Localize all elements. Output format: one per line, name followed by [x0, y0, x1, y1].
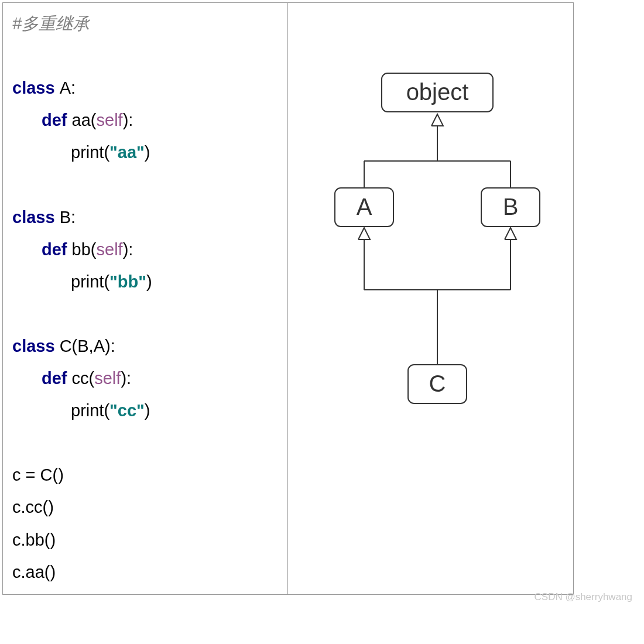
edge-c-to-ab	[358, 228, 516, 365]
blank-line	[12, 40, 278, 72]
code-panel: #多重继承 class A: def aa(self): print("aa")…	[3, 3, 288, 594]
node-a-label: A	[357, 194, 372, 220]
edge-ab-to-object	[364, 114, 511, 188]
inheritance-diagram: object A B C	[288, 3, 574, 594]
node-c-label: C	[429, 371, 446, 396]
code-line-def-bb: def bb(self):	[12, 234, 278, 266]
node-object-label: object	[406, 79, 469, 105]
code-line-print-bb: print("bb")	[12, 266, 278, 298]
code-line-def-aa: def aa(self):	[12, 104, 278, 136]
two-column-layout: #多重继承 class A: def aa(self): print("aa")…	[2, 2, 574, 595]
code-line-print-cc: print("cc")	[12, 395, 278, 427]
blank-line	[12, 427, 278, 459]
code-line-def-cc: def cc(self):	[12, 362, 278, 395]
code-line-class-a: class A:	[12, 72, 278, 104]
code-line-usage-3: c.aa()	[12, 556, 278, 588]
code-line-usage-1: c.cc()	[12, 491, 278, 523]
blank-line	[12, 298, 278, 330]
watermark: CSDN @sherryhwang	[535, 591, 632, 603]
code-comment: #多重继承	[12, 8, 278, 40]
code-line-class-b: class B:	[12, 201, 278, 234]
node-b-label: B	[503, 194, 519, 220]
diagram-panel: object A B C	[288, 3, 573, 594]
code-line-usage-0: c = C()	[12, 459, 278, 491]
code-line-print-aa: print("aa")	[12, 136, 278, 169]
code-line-class-c: class C(B,A):	[12, 330, 278, 362]
code-line-usage-2: c.bb()	[12, 524, 278, 556]
blank-line	[12, 169, 278, 201]
